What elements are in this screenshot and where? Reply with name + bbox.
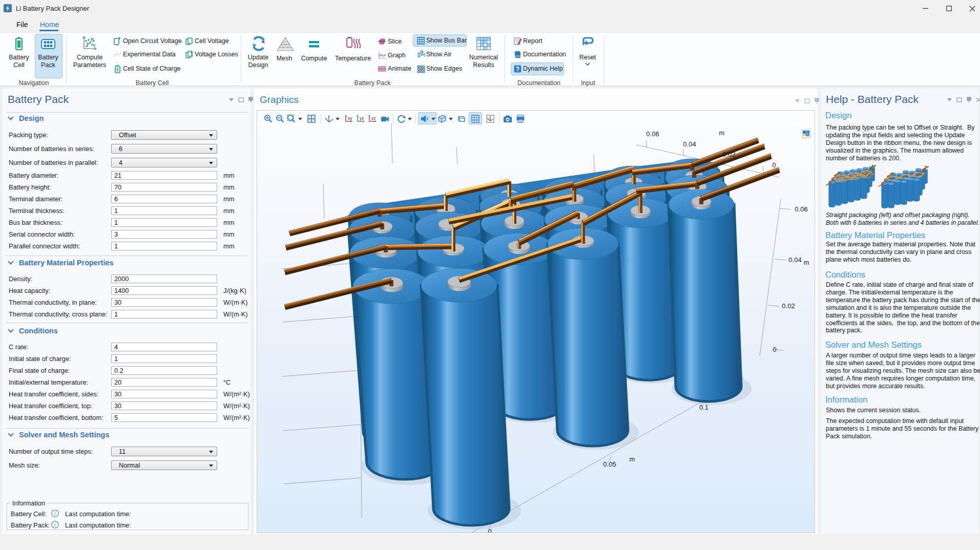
svg-text:0: 0: [772, 161, 776, 169]
svg-text:m: m: [804, 259, 809, 266]
svg-text:i: i: [54, 511, 56, 516]
svg-text:0.02: 0.02: [722, 151, 735, 158]
svg-text:0.1: 0.1: [699, 404, 708, 411]
svg-text:0: 0: [773, 346, 776, 353]
svg-text:0.04: 0.04: [683, 140, 696, 148]
svg-text:0.04: 0.04: [788, 256, 801, 264]
svg-text:?: ?: [516, 66, 519, 73]
svg-text:m: m: [719, 129, 725, 137]
svg-text:m: m: [630, 455, 635, 463]
svg-text:0.06: 0.06: [646, 130, 659, 138]
svg-text:0.05: 0.05: [603, 460, 616, 468]
svg-text:0.02: 0.02: [782, 302, 795, 310]
svg-text:i: i: [54, 522, 56, 527]
svg-text:0.06: 0.06: [795, 205, 807, 213]
svg-text:0: 0: [488, 527, 491, 533]
